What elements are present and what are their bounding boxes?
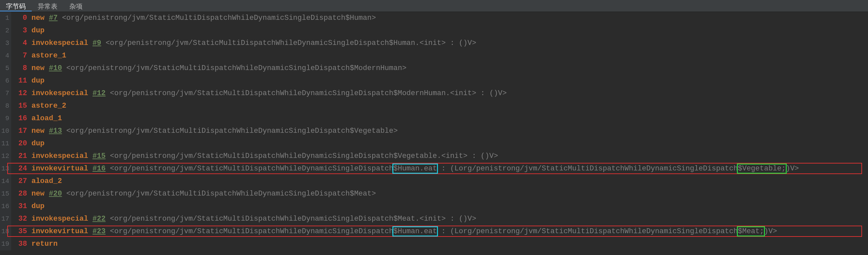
bytecode-offset: 24	[12, 162, 27, 175]
bytecode-line: 32 invokespecial #22 <org/penistrong/jvm…	[12, 213, 868, 225]
const-pool-ref[interactable]: #12	[92, 89, 106, 97]
const-pool-ref[interactable]: #20	[49, 190, 62, 198]
bytecode-comment: <org/penistrong/jvm/StaticMultiDispatchW…	[110, 152, 498, 160]
opcode: new	[31, 127, 44, 135]
line-number: 12	[0, 150, 9, 162]
bytecode-line: 38 return	[12, 238, 868, 250]
tab-bytecode[interactable]: 字节码	[0, 0, 32, 11]
bytecode-offset: 11	[12, 75, 27, 87]
bytecode-line: 12 invokespecial #12 <org/penistrong/jvm…	[12, 87, 868, 100]
line-number: 17	[0, 213, 9, 225]
bytecode-offset: 28	[12, 188, 27, 200]
tab-misc[interactable]: 杂项	[63, 0, 89, 11]
tab-exception-table[interactable]: 异常表	[32, 0, 63, 11]
opcode: astore_1	[31, 52, 66, 60]
line-number: 10	[0, 125, 9, 137]
line-number: 8	[0, 100, 9, 112]
bytecode-comment: <org/penistrong/jvm/StaticMultiDispatchW…	[110, 215, 476, 223]
opcode: dup	[31, 26, 44, 35]
bytecode-offset: 32	[12, 213, 27, 225]
line-number: 18	[0, 225, 9, 238]
opcode: invokevirtual	[31, 164, 88, 173]
bytecode-comment: <org/penistrong/jvm/StaticMultiDispatchW…	[62, 14, 376, 22]
line-number: 15	[0, 188, 9, 200]
line-number: 6	[0, 75, 9, 87]
bytecode-offset: 31	[12, 200, 27, 213]
line-number: 3	[0, 37, 9, 50]
bytecode-line: 4 invokespecial #9 <org/penistrong/jvm/S…	[12, 37, 868, 50]
code-content[interactable]: 0 new #7 <org/penistrong/jvm/StaticMulti…	[11, 12, 868, 250]
line-number: 4	[0, 50, 9, 62]
opcode: astore_2	[31, 102, 66, 110]
line-number: 16	[0, 200, 9, 213]
bytecode-line: 3 dup	[12, 25, 868, 37]
bytecode-line: 15 astore_2	[12, 100, 868, 112]
bytecode-offset: 20	[12, 137, 27, 150]
bytecode-line: 16 aload_1	[12, 112, 868, 125]
tabs-bar: 字节码 异常表 杂项	[0, 0, 868, 12]
opcode: dup	[31, 139, 44, 148]
bytecode-offset: 38	[12, 238, 27, 250]
bytecode-line: 11 dup	[12, 75, 868, 87]
opcode: invokespecial	[31, 215, 88, 223]
bytecode-editor: 1 2 3 4 5 6 7 8 9 10 11 12 13 14 15 16 1…	[0, 12, 868, 250]
const-pool-ref[interactable]: #16	[92, 164, 106, 173]
bytecode-line: 17 new #13 <org/penistrong/jvm/StaticMul…	[12, 125, 868, 137]
bytecode-offset: 15	[12, 100, 27, 112]
line-number: 19	[0, 238, 9, 250]
bytecode-offset: 12	[12, 87, 27, 100]
const-pool-ref[interactable]: #7	[49, 14, 58, 22]
opcode: dup	[31, 202, 44, 211]
bytecode-offset: 8	[12, 62, 27, 75]
bytecode-comment: <org/penistrong/jvm/StaticMultiDispatchW…	[110, 227, 777, 235]
bytecode-line: 8 new #10 <org/penistrong/jvm/StaticMult…	[12, 62, 868, 75]
bytecode-offset: 3	[12, 25, 27, 37]
opcode: invokevirtual	[31, 227, 88, 235]
opcode: invokespecial	[31, 39, 88, 47]
const-pool-ref[interactable]: #23	[92, 227, 106, 235]
bytecode-offset: 27	[12, 175, 27, 188]
bytecode-offset: 4	[12, 37, 27, 50]
bytecode-comment: <org/penistrong/jvm/StaticMultiDispatchW…	[66, 64, 407, 72]
line-number: 14	[0, 175, 9, 188]
line-number: 7	[0, 87, 9, 100]
bytecode-offset: 0	[12, 12, 27, 25]
bytecode-line: 31 dup	[12, 200, 868, 213]
bytecode-offset: 21	[12, 150, 27, 162]
line-number-gutter: 1 2 3 4 5 6 7 8 9 10 11 12 13 14 15 16 1…	[0, 12, 11, 250]
bytecode-offset: 35	[12, 225, 27, 238]
const-pool-ref[interactable]: #22	[92, 215, 106, 223]
bytecode-line: 21 invokespecial #15 <org/penistrong/jvm…	[12, 150, 868, 162]
const-pool-ref[interactable]: #10	[49, 64, 62, 72]
opcode: new	[31, 190, 44, 198]
opcode: return	[31, 240, 58, 248]
bytecode-line: 28 new #20 <org/penistrong/jvm/StaticMul…	[12, 188, 868, 200]
opcode: aload_2	[31, 177, 62, 185]
const-pool-ref[interactable]: #13	[49, 127, 62, 135]
bytecode-comment: <org/penistrong/jvm/StaticMultiDispatchW…	[106, 39, 476, 47]
line-number: 13	[0, 162, 9, 175]
opcode: invokespecial	[31, 152, 88, 160]
bytecode-comment: <org/penistrong/jvm/StaticMultiDispatchW…	[66, 127, 398, 135]
opcode: new	[31, 14, 44, 22]
line-number: 1	[0, 12, 9, 25]
const-pool-ref[interactable]: #9	[92, 39, 101, 47]
bytecode-offset: 16	[12, 112, 27, 125]
bytecode-line: 7 astore_1	[12, 50, 868, 62]
opcode: aload_1	[31, 114, 62, 123]
bytecode-line: 0 new #7 <org/penistrong/jvm/StaticMulti…	[12, 12, 868, 25]
bytecode-line: 20 dup	[12, 137, 868, 150]
bytecode-offset: 7	[12, 50, 27, 62]
line-number: 5	[0, 62, 9, 75]
bytecode-comment: <org/penistrong/jvm/StaticMultiDispatchW…	[66, 190, 376, 198]
bytecode-offset: 17	[12, 125, 27, 137]
line-number: 2	[0, 25, 9, 37]
line-number: 11	[0, 137, 9, 150]
bytecode-line: 27 aload_2	[12, 175, 868, 188]
line-number: 9	[0, 112, 9, 125]
opcode: dup	[31, 76, 44, 85]
const-pool-ref[interactable]: #15	[92, 152, 106, 160]
bytecode-line: 35 invokevirtual #23 <org/penistrong/jvm…	[12, 225, 868, 238]
bytecode-comment: <org/penistrong/jvm/StaticMultiDispatchW…	[110, 89, 507, 97]
opcode: new	[31, 64, 44, 72]
